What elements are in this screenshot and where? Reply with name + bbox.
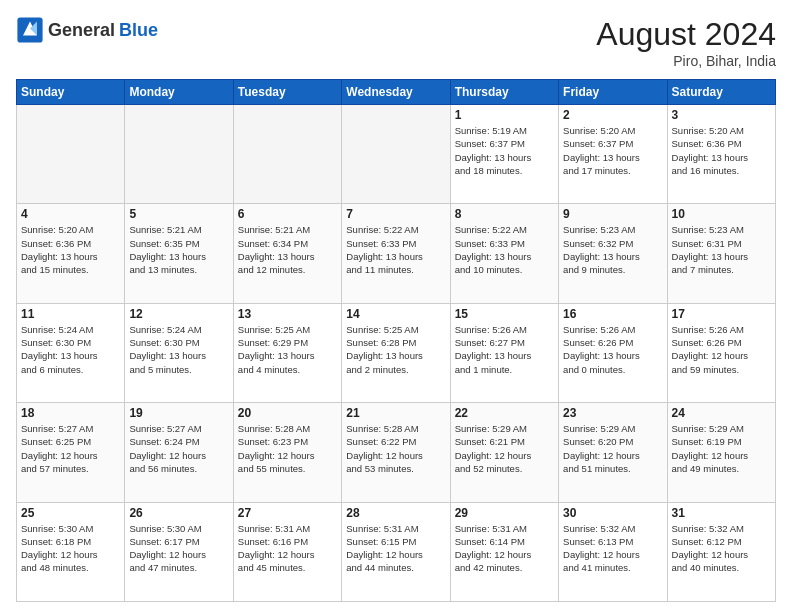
day-number: 24 bbox=[672, 406, 771, 420]
day-info: Sunrise: 5:19 AM Sunset: 6:37 PM Dayligh… bbox=[455, 124, 554, 177]
day-number: 16 bbox=[563, 307, 662, 321]
day-number: 21 bbox=[346, 406, 445, 420]
table-row: 25Sunrise: 5:30 AM Sunset: 6:18 PM Dayli… bbox=[17, 502, 125, 601]
table-row: 13Sunrise: 5:25 AM Sunset: 6:29 PM Dayli… bbox=[233, 303, 341, 402]
logo-general: General bbox=[48, 20, 115, 41]
day-number: 3 bbox=[672, 108, 771, 122]
day-number: 1 bbox=[455, 108, 554, 122]
day-number: 9 bbox=[563, 207, 662, 221]
calendar-week-1: 4Sunrise: 5:20 AM Sunset: 6:36 PM Daylig… bbox=[17, 204, 776, 303]
table-row: 31Sunrise: 5:32 AM Sunset: 6:12 PM Dayli… bbox=[667, 502, 775, 601]
day-info: Sunrise: 5:26 AM Sunset: 6:26 PM Dayligh… bbox=[563, 323, 662, 376]
table-row: 16Sunrise: 5:26 AM Sunset: 6:26 PM Dayli… bbox=[559, 303, 667, 402]
header: GeneralBlue August 2024 Piro, Bihar, Ind… bbox=[16, 16, 776, 69]
day-info: Sunrise: 5:25 AM Sunset: 6:29 PM Dayligh… bbox=[238, 323, 337, 376]
day-info: Sunrise: 5:25 AM Sunset: 6:28 PM Dayligh… bbox=[346, 323, 445, 376]
day-info: Sunrise: 5:23 AM Sunset: 6:31 PM Dayligh… bbox=[672, 223, 771, 276]
day-number: 10 bbox=[672, 207, 771, 221]
col-tuesday: Tuesday bbox=[233, 80, 341, 105]
table-row: 23Sunrise: 5:29 AM Sunset: 6:20 PM Dayli… bbox=[559, 403, 667, 502]
day-info: Sunrise: 5:31 AM Sunset: 6:14 PM Dayligh… bbox=[455, 522, 554, 575]
day-info: Sunrise: 5:23 AM Sunset: 6:32 PM Dayligh… bbox=[563, 223, 662, 276]
logo-blue-text: Blue bbox=[119, 20, 158, 41]
day-info: Sunrise: 5:22 AM Sunset: 6:33 PM Dayligh… bbox=[346, 223, 445, 276]
table-row: 2Sunrise: 5:20 AM Sunset: 6:37 PM Daylig… bbox=[559, 105, 667, 204]
day-info: Sunrise: 5:20 AM Sunset: 6:37 PM Dayligh… bbox=[563, 124, 662, 177]
table-row: 12Sunrise: 5:24 AM Sunset: 6:30 PM Dayli… bbox=[125, 303, 233, 402]
day-number: 5 bbox=[129, 207, 228, 221]
table-row: 7Sunrise: 5:22 AM Sunset: 6:33 PM Daylig… bbox=[342, 204, 450, 303]
day-info: Sunrise: 5:20 AM Sunset: 6:36 PM Dayligh… bbox=[672, 124, 771, 177]
day-info: Sunrise: 5:31 AM Sunset: 6:15 PM Dayligh… bbox=[346, 522, 445, 575]
table-row: 20Sunrise: 5:28 AM Sunset: 6:23 PM Dayli… bbox=[233, 403, 341, 502]
day-info: Sunrise: 5:26 AM Sunset: 6:26 PM Dayligh… bbox=[672, 323, 771, 376]
day-info: Sunrise: 5:31 AM Sunset: 6:16 PM Dayligh… bbox=[238, 522, 337, 575]
calendar-body: 1Sunrise: 5:19 AM Sunset: 6:37 PM Daylig… bbox=[17, 105, 776, 602]
title-area: August 2024 Piro, Bihar, India bbox=[596, 16, 776, 69]
table-row: 18Sunrise: 5:27 AM Sunset: 6:25 PM Dayli… bbox=[17, 403, 125, 502]
col-monday: Monday bbox=[125, 80, 233, 105]
table-row: 5Sunrise: 5:21 AM Sunset: 6:35 PM Daylig… bbox=[125, 204, 233, 303]
day-number: 31 bbox=[672, 506, 771, 520]
day-info: Sunrise: 5:30 AM Sunset: 6:18 PM Dayligh… bbox=[21, 522, 120, 575]
day-number: 4 bbox=[21, 207, 120, 221]
day-info: Sunrise: 5:26 AM Sunset: 6:27 PM Dayligh… bbox=[455, 323, 554, 376]
day-info: Sunrise: 5:30 AM Sunset: 6:17 PM Dayligh… bbox=[129, 522, 228, 575]
calendar-week-3: 18Sunrise: 5:27 AM Sunset: 6:25 PM Dayli… bbox=[17, 403, 776, 502]
table-row: 14Sunrise: 5:25 AM Sunset: 6:28 PM Dayli… bbox=[342, 303, 450, 402]
table-row: 1Sunrise: 5:19 AM Sunset: 6:37 PM Daylig… bbox=[450, 105, 558, 204]
table-row bbox=[342, 105, 450, 204]
day-info: Sunrise: 5:27 AM Sunset: 6:24 PM Dayligh… bbox=[129, 422, 228, 475]
table-row: 29Sunrise: 5:31 AM Sunset: 6:14 PM Dayli… bbox=[450, 502, 558, 601]
day-number: 28 bbox=[346, 506, 445, 520]
day-number: 26 bbox=[129, 506, 228, 520]
location: Piro, Bihar, India bbox=[596, 53, 776, 69]
table-row: 3Sunrise: 5:20 AM Sunset: 6:36 PM Daylig… bbox=[667, 105, 775, 204]
day-number: 7 bbox=[346, 207, 445, 221]
day-info: Sunrise: 5:27 AM Sunset: 6:25 PM Dayligh… bbox=[21, 422, 120, 475]
col-friday: Friday bbox=[559, 80, 667, 105]
day-info: Sunrise: 5:32 AM Sunset: 6:12 PM Dayligh… bbox=[672, 522, 771, 575]
calendar-week-0: 1Sunrise: 5:19 AM Sunset: 6:37 PM Daylig… bbox=[17, 105, 776, 204]
calendar-header-row: Sunday Monday Tuesday Wednesday Thursday… bbox=[17, 80, 776, 105]
col-thursday: Thursday bbox=[450, 80, 558, 105]
logo-area: GeneralBlue bbox=[16, 16, 158, 44]
table-row: 19Sunrise: 5:27 AM Sunset: 6:24 PM Dayli… bbox=[125, 403, 233, 502]
day-info: Sunrise: 5:21 AM Sunset: 6:34 PM Dayligh… bbox=[238, 223, 337, 276]
day-info: Sunrise: 5:29 AM Sunset: 6:21 PM Dayligh… bbox=[455, 422, 554, 475]
day-info: Sunrise: 5:21 AM Sunset: 6:35 PM Dayligh… bbox=[129, 223, 228, 276]
day-number: 11 bbox=[21, 307, 120, 321]
day-number: 18 bbox=[21, 406, 120, 420]
day-number: 29 bbox=[455, 506, 554, 520]
day-number: 19 bbox=[129, 406, 228, 420]
table-row: 8Sunrise: 5:22 AM Sunset: 6:33 PM Daylig… bbox=[450, 204, 558, 303]
day-number: 27 bbox=[238, 506, 337, 520]
day-number: 14 bbox=[346, 307, 445, 321]
table-row: 11Sunrise: 5:24 AM Sunset: 6:30 PM Dayli… bbox=[17, 303, 125, 402]
day-info: Sunrise: 5:24 AM Sunset: 6:30 PM Dayligh… bbox=[129, 323, 228, 376]
col-wednesday: Wednesday bbox=[342, 80, 450, 105]
day-number: 13 bbox=[238, 307, 337, 321]
month-year: August 2024 bbox=[596, 16, 776, 53]
logo-icon bbox=[16, 16, 44, 44]
day-number: 6 bbox=[238, 207, 337, 221]
day-info: Sunrise: 5:32 AM Sunset: 6:13 PM Dayligh… bbox=[563, 522, 662, 575]
day-number: 2 bbox=[563, 108, 662, 122]
day-number: 12 bbox=[129, 307, 228, 321]
calendar: Sunday Monday Tuesday Wednesday Thursday… bbox=[16, 79, 776, 602]
day-number: 8 bbox=[455, 207, 554, 221]
table-row: 17Sunrise: 5:26 AM Sunset: 6:26 PM Dayli… bbox=[667, 303, 775, 402]
day-info: Sunrise: 5:28 AM Sunset: 6:23 PM Dayligh… bbox=[238, 422, 337, 475]
table-row: 28Sunrise: 5:31 AM Sunset: 6:15 PM Dayli… bbox=[342, 502, 450, 601]
table-row: 6Sunrise: 5:21 AM Sunset: 6:34 PM Daylig… bbox=[233, 204, 341, 303]
table-row: 21Sunrise: 5:28 AM Sunset: 6:22 PM Dayli… bbox=[342, 403, 450, 502]
table-row bbox=[233, 105, 341, 204]
day-info: Sunrise: 5:28 AM Sunset: 6:22 PM Dayligh… bbox=[346, 422, 445, 475]
table-row: 4Sunrise: 5:20 AM Sunset: 6:36 PM Daylig… bbox=[17, 204, 125, 303]
page: GeneralBlue August 2024 Piro, Bihar, Ind… bbox=[0, 0, 792, 612]
day-number: 17 bbox=[672, 307, 771, 321]
day-info: Sunrise: 5:20 AM Sunset: 6:36 PM Dayligh… bbox=[21, 223, 120, 276]
table-row: 27Sunrise: 5:31 AM Sunset: 6:16 PM Dayli… bbox=[233, 502, 341, 601]
day-number: 22 bbox=[455, 406, 554, 420]
table-row: 10Sunrise: 5:23 AM Sunset: 6:31 PM Dayli… bbox=[667, 204, 775, 303]
